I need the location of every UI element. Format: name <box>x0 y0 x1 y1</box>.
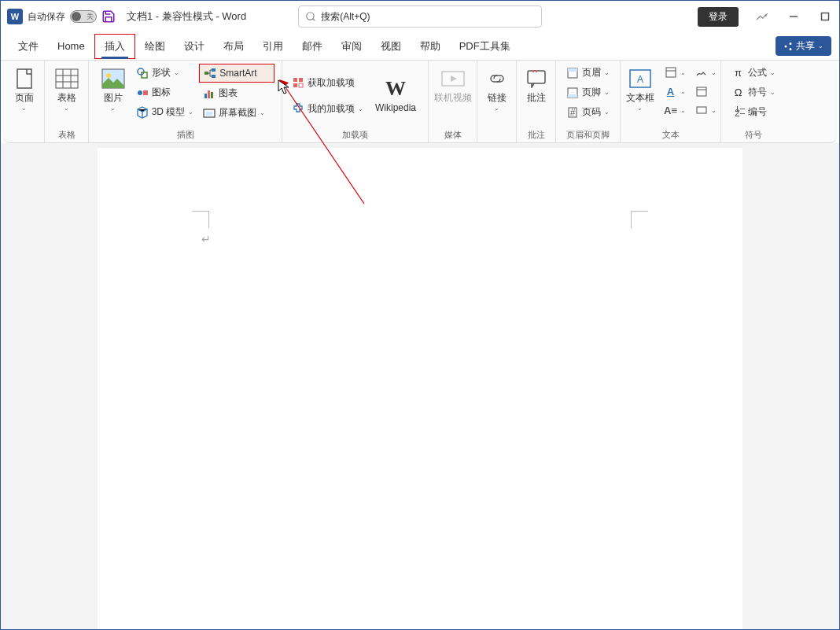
header-icon <box>566 67 579 79</box>
svg-point-15 <box>138 90 142 95</box>
header-button[interactable]: 页眉⌄ <box>562 64 613 82</box>
textbox-icon: A <box>628 67 652 90</box>
datetime-button[interactable] <box>691 83 720 100</box>
signature-button[interactable]: ⌄ <box>691 64 720 81</box>
svg-rect-22 <box>211 92 213 98</box>
textbox-button[interactable]: A 文本框 ⌄ <box>621 64 659 115</box>
group-label-text: 文本 <box>662 127 680 141</box>
document-page[interactable]: ↵ <box>98 148 742 629</box>
screenshot-icon <box>203 107 216 120</box>
svg-rect-36 <box>568 94 577 98</box>
menu-mailings[interactable]: 邮件 <box>293 35 332 58</box>
margin-corner-icon <box>192 211 209 228</box>
symbol-icon: Ω <box>732 87 745 99</box>
svg-rect-19 <box>212 75 216 78</box>
equation-button[interactable]: π 公式⌄ <box>728 64 779 82</box>
my-addins-button[interactable]: 我的加载项⌄ <box>288 100 367 118</box>
table-button[interactable]: 表格 ⌄ <box>48 64 86 115</box>
menu-layout[interactable]: 布局 <box>214 35 253 58</box>
svg-rect-27 <box>293 83 297 87</box>
svg-point-2 <box>765 15 767 17</box>
3d-model-button[interactable]: 3D 模型⌄ <box>132 103 198 121</box>
menu-home[interactable]: Home <box>48 35 94 57</box>
dropcap-icon: A≡ <box>665 104 677 116</box>
svg-rect-25 <box>293 78 297 82</box>
chart-button[interactable]: 图表 <box>199 84 274 102</box>
symbol-button[interactable]: Ω 符号⌄ <box>728 83 779 101</box>
wordart-button[interactable]: A⌄ <box>661 83 690 100</box>
menu-pdf-tools[interactable]: PDF工具集 <box>450 35 520 58</box>
shapes-icon <box>136 67 149 79</box>
word-app-icon: W <box>7 9 23 24</box>
svg-rect-21 <box>208 90 210 98</box>
search-input[interactable]: 搜索(Alt+Q) <box>298 6 542 28</box>
menu-help[interactable]: 帮助 <box>411 35 450 58</box>
parts-icon <box>665 66 677 79</box>
search-placeholder: 搜索(Alt+Q) <box>321 10 370 24</box>
svg-rect-16 <box>143 90 148 95</box>
svg-rect-34 <box>568 68 577 72</box>
group-label-comments: 批注 <box>528 127 545 141</box>
share-button[interactable]: 共享 ⌄ <box>776 36 831 56</box>
svg-rect-5 <box>17 69 31 88</box>
menu-view[interactable]: 视图 <box>371 35 411 58</box>
svg-rect-45 <box>697 107 706 113</box>
save-icon[interactable] <box>101 9 116 24</box>
svg-point-0 <box>307 13 314 20</box>
minimize-icon[interactable] <box>786 9 801 24</box>
link-button[interactable]: 链接 ⌄ <box>480 64 514 115</box>
pagenum-icon: # <box>566 106 579 119</box>
group-label-table: 表格 <box>58 127 76 141</box>
svg-text:2—: 2— <box>735 108 745 119</box>
screenshot-button[interactable]: 屏幕截图⌄ <box>199 104 274 122</box>
icons-button[interactable]: 图标 <box>132 83 198 101</box>
chart-icon <box>203 87 216 100</box>
menu-review[interactable]: 审阅 <box>332 35 371 58</box>
menu-draw[interactable]: 绘图 <box>135 35 175 58</box>
svg-rect-6 <box>56 69 78 88</box>
ribbon-display-icon[interactable] <box>754 9 770 24</box>
number-icon: 1—2— <box>732 106 745 119</box>
number-button[interactable]: 1—2— 编号 <box>728 103 779 121</box>
smartart-button[interactable]: SmartArt <box>199 64 274 83</box>
menu-file[interactable]: 文件 <box>9 35 48 58</box>
search-icon <box>305 11 316 22</box>
shapes-button[interactable]: 形状⌄ <box>132 64 198 82</box>
menu-design[interactable]: 设计 <box>175 35 214 58</box>
table-icon <box>55 67 79 90</box>
autosave-toggle[interactable]: 关 <box>70 10 97 23</box>
online-video-button[interactable]: 联机视频 <box>431 64 475 106</box>
page-button[interactable]: 页面 ⌄ <box>6 64 43 115</box>
ribbon: 页面 ⌄ 表格 ⌄ 表格 图片 ⌄ <box>4 61 836 143</box>
wordart-icon: A <box>665 85 677 98</box>
svg-rect-17 <box>204 72 208 75</box>
picture-button[interactable]: 图片 ⌄ <box>96 64 131 115</box>
document-area: ↵ <box>1 143 839 629</box>
object-button[interactable]: ⌄ <box>691 101 720 119</box>
svg-rect-20 <box>204 94 207 98</box>
footer-button[interactable]: 页脚⌄ <box>562 83 613 101</box>
dropcap-button[interactable]: A≡⌄ <box>661 101 690 119</box>
share-icon <box>783 42 793 51</box>
group-label-headerfooter: 页眉和页脚 <box>566 127 610 141</box>
svg-point-13 <box>138 68 144 75</box>
get-addins-button[interactable]: 获取加载项 <box>288 74 367 92</box>
svg-rect-41 <box>666 68 676 77</box>
menu-references[interactable]: 引用 <box>253 35 293 58</box>
picture-icon <box>101 67 125 90</box>
footer-icon <box>566 87 579 99</box>
wikipedia-button[interactable]: W Wikipedia <box>369 74 422 116</box>
svg-rect-28 <box>299 83 303 87</box>
comment-icon <box>525 67 548 90</box>
svg-rect-26 <box>299 78 303 82</box>
login-button[interactable]: 登录 <box>698 7 739 27</box>
svg-line-1 <box>313 19 315 21</box>
date-icon <box>695 85 708 98</box>
maximize-icon[interactable] <box>817 9 833 24</box>
svg-rect-43 <box>697 87 706 96</box>
quick-parts-button[interactable]: ⌄ <box>661 64 690 81</box>
page-number-button[interactable]: # 页码⌄ <box>562 103 613 121</box>
comment-button[interactable]: 批注 <box>519 64 554 106</box>
menu-insert[interactable]: 插入 <box>94 34 135 59</box>
svg-rect-18 <box>212 68 216 72</box>
